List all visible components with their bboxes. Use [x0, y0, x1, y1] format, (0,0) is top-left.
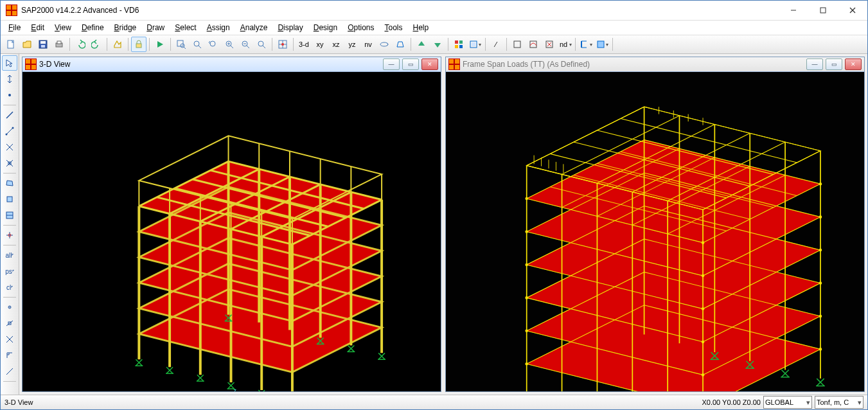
menu-assign[interactable]: Assign — [202, 22, 235, 33]
menu-view[interactable]: View — [49, 22, 76, 33]
snap-midpoint-button[interactable] — [2, 316, 17, 331]
quick-draw-brace-tool[interactable] — [2, 139, 17, 155]
reshape-tool[interactable] — [2, 71, 17, 87]
menu-options[interactable]: Options — [342, 22, 379, 33]
window-minimize-button[interactable] — [779, 1, 808, 20]
quick-draw-secondary-beam-tool[interactable] — [2, 156, 17, 171]
pane-maximize-button[interactable]: ▭ — [826, 58, 842, 70]
svg-point-52 — [8, 94, 11, 96]
clear-selection-button[interactable]: clʳ — [2, 280, 17, 295]
set-display-options-button[interactable] — [275, 37, 290, 52]
rotate-3d-button[interactable] — [376, 37, 392, 52]
snap-line-button[interactable] — [2, 364, 17, 379]
snap-perpendicular-button[interactable] — [2, 348, 17, 363]
draw-special-joint-tool[interactable] — [2, 87, 17, 103]
move-up-button[interactable] — [414, 37, 429, 52]
quick-draw-area-tool[interactable] — [2, 208, 17, 223]
move-down-button[interactable] — [430, 37, 445, 52]
units-dropdown[interactable]: Tonf, m, C — [815, 396, 864, 409]
undo-button[interactable] — [73, 37, 88, 52]
snap-tool[interactable] — [2, 227, 17, 243]
menu-design[interactable]: Design — [308, 22, 342, 33]
zoom-window-button[interactable] — [173, 37, 189, 52]
svg-line-53 — [6, 112, 13, 118]
refresh-view-button[interactable] — [110, 37, 125, 52]
lock-model-button[interactable] — [131, 37, 146, 52]
pointer-tool[interactable] — [2, 55, 17, 71]
snap-point-button[interactable] — [2, 299, 17, 315]
zoom-in-button[interactable] — [222, 37, 237, 52]
menu-define[interactable]: Define — [76, 22, 109, 33]
show-moment-button[interactable] — [526, 37, 541, 52]
zoom-out-button[interactable] — [238, 37, 253, 52]
print-button[interactable] — [51, 37, 67, 52]
element-shrink-button[interactable] — [451, 37, 466, 52]
menu-file[interactable]: File — [3, 22, 26, 33]
pane-close-button[interactable]: ✕ — [845, 58, 862, 70]
window-close-button[interactable] — [838, 1, 867, 20]
menu-tools[interactable]: Tools — [380, 22, 408, 33]
draw-rect-area-tool[interactable] — [2, 192, 17, 207]
viewport-3d[interactable]: x y z — [22, 72, 441, 391]
menu-edit[interactable]: Edit — [26, 22, 49, 33]
menu-draw[interactable]: Draw — [141, 22, 170, 33]
menu-select[interactable]: Select — [170, 22, 201, 33]
svg-marker-50 — [6, 60, 12, 67]
svg-line-71 — [6, 321, 13, 326]
coord-system-dropdown[interactable]: GLOBAL — [763, 396, 812, 409]
svg-point-55 — [6, 134, 8, 136]
window-maximize-button[interactable] — [808, 1, 838, 20]
pane-span-loads: Frame Span Loads (TT) (As Defined) — ▭ ✕ — [445, 57, 865, 392]
fraction-display-button[interactable]: ⁄ — [488, 37, 504, 52]
draw-frame-tool[interactable] — [2, 107, 17, 123]
section-cut-dropdown[interactable] — [578, 37, 594, 52]
pan-button[interactable] — [254, 37, 269, 52]
snap-intersection-button[interactable] — [2, 332, 17, 347]
select-all-button[interactable]: allʳ — [2, 247, 17, 263]
app-title: SAP2000 v14.2.2 Advanced - VD6 — [21, 6, 139, 15]
pane-maximize-button[interactable]: ▭ — [402, 58, 419, 70]
view-xy-button[interactable]: xy — [312, 37, 328, 52]
object-shrink-dropdown[interactable] — [467, 37, 483, 52]
svg-point-229 — [819, 215, 822, 218]
view-3d-button[interactable]: 3-d — [296, 37, 312, 52]
menu-help[interactable]: Help — [408, 22, 434, 33]
viewport-span-loads[interactable] — [446, 72, 864, 391]
pane-minimize-button[interactable]: — — [806, 58, 823, 70]
zoom-previous-button[interactable] — [206, 37, 221, 52]
pane-span-loads-header[interactable]: Frame Span Loads (TT) (As Defined) — ▭ ✕ — [446, 57, 864, 72]
pane-close-button[interactable]: ✕ — [421, 58, 438, 70]
show-frame-button[interactable] — [509, 37, 525, 52]
previous-selection-button[interactable]: psʳ — [2, 263, 17, 279]
svg-point-30 — [281, 43, 284, 46]
named-view-dropdown[interactable]: nd — [558, 37, 572, 52]
quick-draw-frame-tool[interactable] — [2, 123, 17, 139]
assign-display-dropdown[interactable] — [594, 37, 610, 52]
pane-minimize-button[interactable]: — — [383, 58, 400, 70]
zoom-full-button[interactable] — [190, 37, 205, 52]
svg-line-14 — [184, 47, 186, 49]
perspective-button[interactable] — [393, 37, 408, 52]
svg-marker-62 — [6, 181, 13, 186]
show-shear-button[interactable] — [542, 37, 557, 52]
pane-3d-view-header[interactable]: 3-D View — ▭ ✕ — [22, 57, 441, 72]
menu-display[interactable]: Display — [272, 22, 308, 33]
draw-poly-area-tool[interactable] — [2, 175, 17, 191]
view-xz-button[interactable]: xz — [328, 37, 344, 52]
svg-rect-1 — [820, 8, 826, 13]
redo-button[interactable] — [89, 37, 104, 52]
svg-text:z: z — [233, 388, 236, 391]
menu-bridge[interactable]: Bridge — [109, 22, 142, 33]
svg-rect-41 — [514, 41, 520, 48]
svg-rect-38 — [459, 45, 463, 48]
save-button[interactable] — [35, 37, 51, 52]
view-yz-button[interactable]: yz — [344, 37, 360, 52]
menu-analyze[interactable]: Analyze — [235, 22, 273, 33]
open-file-button[interactable] — [19, 37, 35, 52]
view-nv-button[interactable]: nv — [360, 37, 376, 52]
svg-marker-33 — [418, 41, 425, 46]
new-file-button[interactable] — [3, 37, 19, 52]
svg-line-21 — [231, 46, 233, 48]
draw-toolbar: allʳ psʳ clʳ — [1, 54, 19, 395]
run-analysis-button[interactable] — [152, 37, 168, 52]
